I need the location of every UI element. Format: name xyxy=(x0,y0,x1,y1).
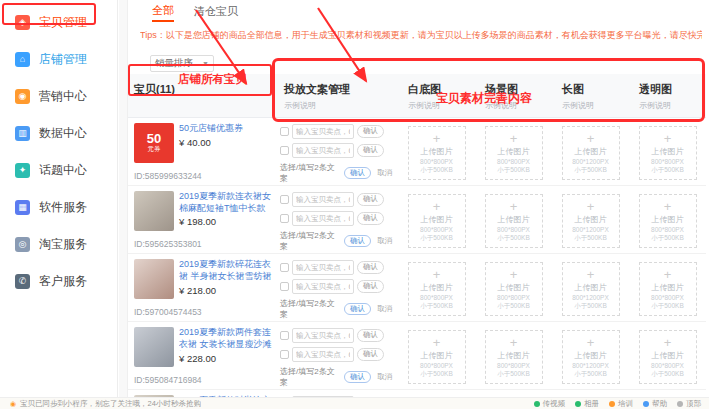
sidebar-item-data-center[interactable]: ▥ 数据中心 xyxy=(0,115,117,152)
product-thumbnail[interactable] xyxy=(134,259,174,299)
selling-point-checkbox[interactable] xyxy=(280,263,289,272)
selling-point-checkbox[interactable] xyxy=(280,350,289,359)
plus-icon: + xyxy=(664,132,672,145)
plus-icon: + xyxy=(433,268,441,281)
sidebar-item-shop-manage[interactable]: ⌂ 店铺管理 xyxy=(0,41,117,78)
cancel-button[interactable]: 取消 xyxy=(375,168,394,178)
upload-scene-image[interactable]: +上传图片800*800PX小于500KB xyxy=(485,194,543,248)
upload-long-image[interactable]: +上传图片800*1200PX小于500KB xyxy=(562,126,620,180)
upload-white-image[interactable]: +上传图片800*800PX小于500KB xyxy=(408,262,466,316)
product-price: ¥ 40.00 xyxy=(179,137,273,148)
confirm-button[interactable]: 确认 xyxy=(357,329,384,341)
upload-long-image[interactable]: +上传图片800*1200PX小于500KB xyxy=(562,330,620,384)
status-dot-icon xyxy=(609,401,615,407)
confirm-button[interactable]: 确认 xyxy=(344,371,371,383)
selling-point-input[interactable] xyxy=(292,211,354,226)
cancel-button[interactable]: 取消 xyxy=(375,304,394,314)
plus-icon: + xyxy=(587,132,595,145)
confirm-button[interactable]: 确认 xyxy=(357,348,384,360)
sample-link[interactable]: 示例说明 xyxy=(639,100,706,111)
footer-link-training[interactable]: 培训 xyxy=(609,399,633,409)
confirm-button[interactable]: 确认 xyxy=(357,193,384,205)
selling-point-input[interactable] xyxy=(292,192,354,207)
confirm-button[interactable]: 确认 xyxy=(357,125,384,137)
selling-point-checkbox[interactable] xyxy=(280,331,289,340)
upload-long-image[interactable]: +上传图片800*1200PX小于500KB xyxy=(562,194,620,248)
column-header-transparent-image: 透明图 示例说明 xyxy=(629,74,706,117)
tab-clearance[interactable]: 清仓宝贝 xyxy=(194,4,238,21)
sidebar-item-item-manage[interactable]: ◈ 宝贝管理 xyxy=(0,4,117,41)
footer-link-video[interactable]: 传视频 xyxy=(534,399,566,409)
confirm-button[interactable]: 确认 xyxy=(357,144,384,156)
upload-scene-image[interactable]: +上传图片800*800PX小于500KB xyxy=(485,330,543,384)
upload-scene-image[interactable]: +上传图片800*800PX小于500KB xyxy=(485,262,543,316)
product-name-link[interactable]: 50元店铺优惠券 xyxy=(179,123,273,135)
column-header-white-image: 白底图 示例说明 xyxy=(398,74,475,117)
app-window: ◈ 宝贝管理 ⌂ 店铺管理 ◉ 营销中心 ▥ 数据中心 ✦ 话题中心 ▦ 软件服… xyxy=(0,0,709,409)
sidebar-item-label: 店铺管理 xyxy=(39,51,87,68)
cancel-button[interactable]: 取消 xyxy=(375,372,394,382)
selling-point-input[interactable] xyxy=(292,279,354,294)
table-row: 2019夏季新款碎花连衣裙 半身裙女长裙雪纺裙女 ¥ 218.00 ID:597… xyxy=(128,254,706,322)
selling-point-checkbox[interactable] xyxy=(280,282,289,291)
sidebar-item-taobao-service[interactable]: ◎ 淘宝服务 xyxy=(0,226,117,263)
sidebar-item-label: 软件服务 xyxy=(39,199,87,216)
product-name-link[interactable]: 2019夏季新款连衣裙女 棉麻配短袖T恤中长款 xyxy=(179,191,273,214)
product-thumbnail[interactable] xyxy=(134,191,174,231)
confirm-button[interactable]: 确认 xyxy=(344,303,371,315)
confirm-button[interactable]: 确认 xyxy=(357,261,384,273)
cancel-button[interactable]: 取消 xyxy=(375,236,394,246)
upload-white-image[interactable]: +上传图片800*800PX小于500KB xyxy=(408,126,466,180)
selling-point-input[interactable] xyxy=(292,124,354,139)
sidebar-item-label: 话题中心 xyxy=(39,162,87,179)
upload-transparent-image[interactable]: +上传图片800*800PX小于500KB xyxy=(639,262,697,316)
tab-all[interactable]: 全部 xyxy=(152,3,174,22)
upload-white-image[interactable]: +上传图片800*800PX小于500KB xyxy=(408,330,466,384)
confirm-button[interactable]: 确认 xyxy=(344,167,371,179)
footer-link-album[interactable]: 相册 xyxy=(575,399,599,409)
plus-icon: + xyxy=(433,200,441,213)
plus-icon: + xyxy=(587,268,595,281)
footer-link-top[interactable]: 顶部 xyxy=(677,399,701,409)
upload-scene-image[interactable]: +上传图片800*800PX小于500KB xyxy=(485,126,543,180)
product-cell: 2019夏季新款连衣裙女 棉麻配短袖T恤中长款 ¥ 198.00 ID:5956… xyxy=(128,191,274,253)
plus-icon: + xyxy=(510,336,518,349)
sample-link[interactable]: 示例说明 xyxy=(408,100,475,111)
confirm-button[interactable]: 确认 xyxy=(357,280,384,292)
upload-transparent-image[interactable]: +上传图片800*800PX小于500KB xyxy=(639,330,697,384)
upload-long-image[interactable]: +上传图片800*1200PX小于500KB xyxy=(562,262,620,316)
sample-link[interactable]: 示例说明 xyxy=(284,100,398,111)
selling-point-input[interactable] xyxy=(292,328,354,343)
selling-point-input[interactable] xyxy=(292,260,354,275)
selling-point-checkbox[interactable] xyxy=(280,195,289,204)
product-id: ID:595625353801 xyxy=(134,239,270,249)
choose-copy-label: 选择/填写2条文案 xyxy=(280,366,340,388)
product-name-link[interactable]: 2019夏季新款碎花连衣裙 半身裙女长裙雪纺裙女 xyxy=(179,259,273,283)
confirm-button[interactable]: 确认 xyxy=(357,212,384,224)
selling-point-checkbox[interactable] xyxy=(280,146,289,155)
upload-transparent-image[interactable]: +上传图片800*800PX小于500KB xyxy=(639,126,697,180)
product-name-link[interactable]: 2019夏季新款两件套连衣裙 女装长裙显瘦沙滩裙 xyxy=(179,327,273,351)
product-thumbnail[interactable]: 50 元券 xyxy=(134,123,174,163)
sidebar-item-software-service[interactable]: ▦ 软件服务 xyxy=(0,189,117,226)
confirm-button[interactable]: 确认 xyxy=(344,235,371,247)
sidebar-item-customer-service[interactable]: ✆ 客户服务 xyxy=(0,263,117,300)
footer-link-help[interactable]: 帮助 xyxy=(643,399,667,409)
table-row: 2019夏季新款连衣裙女 棉麻配短袖T恤中长款 ¥ 198.00 ID:5956… xyxy=(128,186,706,254)
sample-link[interactable]: 示例说明 xyxy=(562,100,629,111)
upload-transparent-image[interactable]: +上传图片800*800PX小于500KB xyxy=(639,194,697,248)
selling-point-input[interactable] xyxy=(292,143,354,158)
selling-point-checkbox[interactable] xyxy=(280,214,289,223)
sort-dropdown[interactable]: 销量排序 ▼ xyxy=(150,55,214,72)
sample-link[interactable]: 示例说明 xyxy=(485,100,552,111)
status-bar: ◉ 宝贝已同步到小程序，别忘了关注哦，24小时秒杀抢购 传视频 相册 培训 帮助… xyxy=(0,397,709,409)
plus-icon: + xyxy=(433,336,441,349)
selling-point-input[interactable] xyxy=(292,347,354,362)
product-thumbnail[interactable] xyxy=(134,327,174,367)
sidebar-item-label: 营销中心 xyxy=(39,88,87,105)
product-id: ID:585999633244 xyxy=(134,171,270,181)
sidebar-item-topic-center[interactable]: ✦ 话题中心 xyxy=(0,152,117,189)
upload-white-image[interactable]: +上传图片800*800PX小于500KB xyxy=(408,194,466,248)
selling-point-checkbox[interactable] xyxy=(280,127,289,136)
sidebar-item-marketing[interactable]: ◉ 营销中心 xyxy=(0,78,117,115)
